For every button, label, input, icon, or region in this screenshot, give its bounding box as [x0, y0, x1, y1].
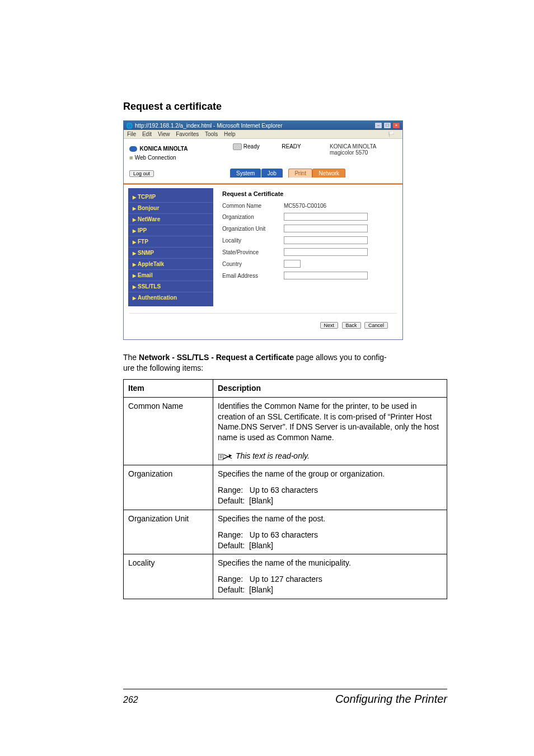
tab-print[interactable]: Print: [288, 169, 312, 178]
sidebar-item-netware[interactable]: ▶NetWare: [128, 214, 213, 225]
input-locality[interactable]: [284, 236, 368, 244]
printer-icon: [233, 143, 242, 150]
product-label: ▦ Web Connection: [129, 155, 227, 161]
row-item: Locality: [124, 554, 213, 599]
window-buttons: – □ ×: [374, 122, 400, 129]
tab-job[interactable]: Job: [261, 169, 283, 178]
tab-network[interactable]: Network: [312, 169, 345, 178]
label-organization-unit: Organization Unit: [222, 226, 284, 232]
footer-title: Configuring the Printer: [335, 693, 447, 706]
input-country[interactable]: [284, 260, 301, 268]
col-header-description: Description: [213, 379, 447, 397]
status-ready-label: Ready: [243, 143, 260, 150]
table-row: Common Name Identifies the Common Name f…: [124, 397, 447, 465]
sidebar-item-authentication[interactable]: ▶Authentication: [128, 292, 213, 303]
row-desc: Specifies the name of the municipality. …: [213, 554, 447, 599]
browser-window: 🌐 http://192.168.1.2/a_index.html - Micr…: [123, 120, 403, 340]
row-item: Organization Unit: [124, 510, 213, 554]
input-email[interactable]: [284, 272, 368, 279]
brand-name: KONICA MINOLTA: [139, 146, 188, 152]
browser-menubar: File Edit View Favorites Tools Help 🏳️: [124, 130, 402, 139]
sidebar-item-appletalk[interactable]: ▶AppleTalk: [128, 259, 213, 270]
close-button[interactable]: ×: [392, 122, 400, 129]
description-table: Item Description Common Name Identifies …: [123, 379, 447, 599]
label-organization: Organization: [222, 214, 284, 220]
pagescope-icon: ▦: [129, 156, 133, 160]
input-state[interactable]: [284, 248, 368, 256]
window-titlebar: 🌐 http://192.168.1.2/a_index.html - Micr…: [124, 121, 402, 130]
table-row: Organization Specifies the name of the g…: [124, 465, 447, 510]
menu-help[interactable]: Help: [224, 131, 236, 137]
sidebar-item-email[interactable]: ▶Email: [128, 270, 213, 281]
menu-edit[interactable]: Edit: [142, 131, 152, 137]
label-country: Country: [222, 261, 284, 267]
button-row: Next Back Cancel: [129, 313, 397, 337]
sidebar-item-snmp[interactable]: ▶SNMP: [128, 248, 213, 259]
row-item: Organization: [124, 465, 213, 510]
menu-file[interactable]: File: [127, 131, 136, 137]
brand-logo-icon: [129, 146, 137, 152]
svg-rect-0: [218, 454, 223, 460]
label-locality: Locality: [222, 237, 284, 244]
row-desc: Specifies the name of the group or organ…: [213, 465, 447, 510]
menu-tools[interactable]: Tools: [205, 131, 218, 137]
form-area: Request a Certificate Common Name MC5570…: [213, 185, 402, 310]
sidebar-item-tcpip[interactable]: ▶TCP/IP: [128, 192, 213, 203]
value-common-name: MC5570-C00106: [284, 203, 326, 209]
window-title: http://192.168.1.2/a_index.html - Micros…: [135, 123, 282, 129]
tab-system[interactable]: System: [230, 169, 261, 178]
table-row: Organization Unit Specifies the name of …: [124, 510, 447, 554]
page-footer: 262 Configuring the Printer: [123, 689, 447, 706]
menu-favorites[interactable]: Favorites: [176, 131, 199, 137]
section-heading: Request a certificate: [123, 101, 447, 113]
label-state: State/Province: [222, 249, 284, 255]
back-button[interactable]: Back: [342, 322, 361, 329]
ie-throbber-icon: 🏳️: [388, 131, 395, 137]
logout-button[interactable]: Log out: [129, 170, 154, 177]
sidebar-item-ssltls[interactable]: ▶SSL/TLS: [128, 281, 213, 292]
maximize-button[interactable]: □: [383, 122, 391, 129]
status-ready-value: READY: [282, 143, 301, 150]
ie-icon: 🌐: [126, 123, 133, 129]
row-desc: Identifies the Common Name for the print…: [213, 397, 447, 465]
sidebar-item-bonjour[interactable]: ▶Bonjour: [128, 203, 213, 214]
device-brand: KONICA MINOLTA: [330, 143, 397, 150]
col-header-item: Item: [124, 379, 213, 397]
intro-paragraph: The Network - SSL/TLS - Request a Certif…: [123, 352, 447, 374]
menu-view[interactable]: View: [158, 131, 170, 137]
next-button[interactable]: Next: [320, 322, 339, 329]
sidebar-item-ipp[interactable]: ▶IPP: [128, 225, 213, 236]
label-email: Email Address: [222, 273, 284, 279]
device-model: magicolor 5570: [330, 150, 397, 156]
sidebar-item-ftp[interactable]: ▶FTP: [128, 236, 213, 248]
form-title: Request a Certificate: [222, 190, 395, 197]
table-row: Locality Specifies the name of the munic…: [124, 554, 447, 599]
minimize-button[interactable]: –: [374, 122, 382, 129]
footer-page-number: 262: [123, 695, 138, 705]
label-common-name: Common Name: [222, 203, 284, 209]
input-organization-unit[interactable]: [284, 225, 368, 232]
cancel-button[interactable]: Cancel: [364, 322, 388, 329]
row-note: This text is read-only.: [236, 451, 310, 460]
row-item: Common Name: [124, 397, 213, 465]
note-icon: [218, 453, 233, 461]
row-desc: Specifies the name of the post. Range: U…: [213, 510, 447, 554]
input-organization[interactable]: [284, 213, 368, 221]
sidebar: ▶TCP/IP ▶Bonjour ▶NetWare ▶IPP ▶FTP ▶SNM…: [128, 188, 213, 306]
